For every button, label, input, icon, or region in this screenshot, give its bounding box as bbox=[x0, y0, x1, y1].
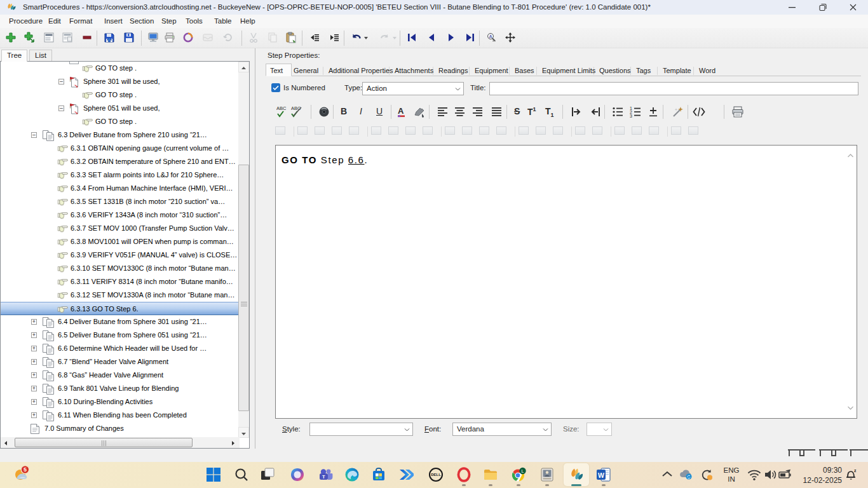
svg-text:ABC: ABC bbox=[276, 105, 287, 111]
svg-text:W: W bbox=[598, 471, 604, 479]
svg-text:L: L bbox=[522, 469, 524, 473]
svg-text:A: A bbox=[398, 106, 404, 116]
svg-text:T: T bbox=[322, 474, 325, 480]
svg-text:A: A bbox=[489, 34, 492, 39]
svg-text:3: 3 bbox=[630, 114, 632, 118]
svg-text:5: 5 bbox=[24, 466, 27, 473]
svg-text:z: z bbox=[854, 468, 857, 473]
svg-text:DELL: DELL bbox=[431, 473, 441, 477]
